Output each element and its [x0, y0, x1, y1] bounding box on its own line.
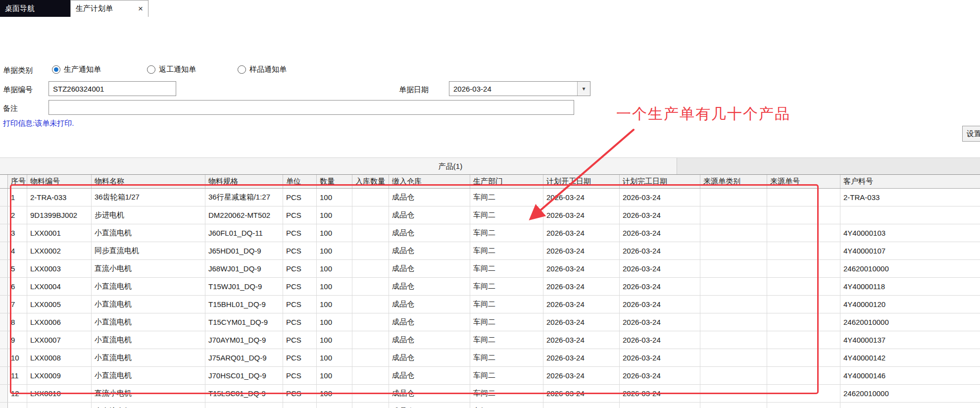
cell-source-no[interactable]	[767, 331, 840, 349]
col-header-source-type[interactable]: 来源单类别	[700, 175, 767, 188]
cell-dept[interactable]: 车间二	[470, 278, 543, 295]
cell-dept[interactable]: 车间二	[470, 367, 543, 384]
cell-source-type[interactable]	[700, 189, 767, 206]
cell-spec[interactable]: J75ARQ01_DQ-9	[205, 349, 283, 366]
cell-plan-start[interactable]: 2026-03-24	[543, 242, 620, 259]
cell-dept[interactable]: 车间二	[470, 189, 543, 206]
cell-plan-end[interactable]: 2026-03-24	[620, 260, 700, 277]
cell-customer-part[interactable]: 4Y40000142	[840, 349, 980, 366]
cell-in-qty[interactable]	[352, 296, 389, 313]
col-header-plan-start[interactable]: 计划开工日期	[543, 175, 620, 188]
cell-in-qty[interactable]	[352, 403, 389, 408]
cell-plan-end[interactable]: 2026-03-24	[620, 349, 700, 366]
cell-qty[interactable]: 100	[317, 278, 352, 295]
cell-plan-start[interactable]: 2026-03-24	[543, 367, 620, 384]
row-selector[interactable]	[0, 367, 8, 384]
cell-unit[interactable]: PCS	[283, 403, 317, 408]
cell-code[interactable]: 9D1399BJ002	[27, 206, 92, 224]
cell-source-no[interactable]	[767, 278, 840, 295]
table-row[interactable]: 11 LXX0009 小直流电机 J70HSC01_DQ-9 PCS 100 成…	[0, 367, 980, 385]
cell-source-no[interactable]	[767, 385, 840, 402]
cell-warehouse[interactable]: 成品仓	[389, 189, 470, 206]
table-row[interactable]: 12 LXX0010 直流小电机 T15LSC01_DQ-9 PCS 100 成…	[0, 385, 980, 403]
cell-warehouse[interactable]: 成品仓	[389, 367, 470, 384]
cell-seq[interactable]: 2	[8, 206, 27, 224]
cell-source-no[interactable]	[767, 206, 840, 224]
cell-seq[interactable]: 10	[8, 349, 27, 366]
cell-plan-start[interactable]: 2026-03-24	[543, 260, 620, 277]
cell-seq[interactable]: 4	[8, 242, 27, 259]
cell-dept[interactable]: 车间二	[470, 206, 543, 224]
row-selector[interactable]	[0, 206, 8, 224]
cell-plan-end[interactable]: 2026-03-24	[620, 224, 700, 242]
cell-code[interactable]: 2-TRA-033	[27, 189, 92, 206]
cell-code[interactable]: LXX0009	[27, 367, 92, 384]
row-selector[interactable]	[0, 331, 8, 349]
radio-rework-notice[interactable]: 返工通知单	[147, 64, 196, 74]
cell-in-qty[interactable]	[352, 189, 389, 206]
cell-unit[interactable]: PCS	[283, 189, 317, 206]
cell-spec[interactable]: J70HSC01_DQ-9	[205, 367, 283, 384]
cell-plan-start[interactable]: 2026-03-24	[543, 403, 620, 408]
row-selector[interactable]	[0, 349, 8, 366]
select-all-corner[interactable]	[0, 175, 8, 188]
cell-seq[interactable]: 7	[8, 296, 27, 313]
table-row[interactable]: 3 LXX0001 小直流电机 J60FL01_DQ-11 PCS 100 成品…	[0, 224, 980, 242]
cell-customer-part[interactable]: 2-TRA-033	[840, 189, 980, 206]
doc-date-combo[interactable]: 2026-03-24 ▾	[449, 81, 590, 96]
cell-unit[interactable]: PCS	[283, 242, 317, 259]
cell-qty[interactable]: 100	[317, 296, 352, 313]
cell-qty[interactable]: 100	[317, 242, 352, 259]
cell-name[interactable]: 36齿轮箱1/27	[92, 189, 205, 206]
cell-customer-part[interactable]: 4Y40000146	[840, 367, 980, 384]
cell-plan-end[interactable]: 2026-03-24	[620, 367, 700, 384]
cell-qty[interactable]: 100	[317, 349, 352, 366]
col-header-in-qty[interactable]: 入库数量	[352, 175, 389, 188]
cell-in-qty[interactable]	[352, 313, 389, 331]
cell-customer-part[interactable]: 24620010000	[840, 260, 980, 277]
cell-unit[interactable]: PCS	[283, 278, 317, 295]
cell-seq[interactable]: 12	[8, 385, 27, 402]
cell-plan-start[interactable]: 2026-03-24	[543, 206, 620, 224]
cell-seq[interactable]: 8	[8, 313, 27, 331]
cell-qty[interactable]: 100	[317, 331, 352, 349]
cell-source-type[interactable]	[700, 367, 767, 384]
cell-qty[interactable]: 100	[317, 224, 352, 242]
cell-plan-end[interactable]: 2026-03-24	[620, 385, 700, 402]
cell-seq[interactable]: 13	[8, 403, 27, 408]
cell-warehouse[interactable]: 成品仓	[389, 260, 470, 277]
cell-warehouse[interactable]: 成品仓	[389, 349, 470, 366]
cell-seq[interactable]: 1	[8, 189, 27, 206]
cell-name[interactable]: 同步直流电机	[92, 242, 205, 259]
cell-code[interactable]: LXX0007	[27, 331, 92, 349]
cell-source-type[interactable]	[700, 403, 767, 408]
cell-warehouse[interactable]: 成品仓	[389, 313, 470, 331]
cell-plan-end[interactable]: 2026-03-24	[620, 278, 700, 295]
cell-unit[interactable]: PCS	[283, 349, 317, 366]
cell-in-qty[interactable]	[352, 349, 389, 366]
cell-unit[interactable]: PCS	[283, 296, 317, 313]
table-row[interactable]: 6 LXX0004 小直流电机 T15WJ01_DQ-9 PCS 100 成品仓…	[0, 278, 980, 296]
cell-name[interactable]: 小直流电机	[92, 331, 205, 349]
cell-customer-part[interactable]: 4Y40000107	[840, 242, 980, 259]
cell-customer-part[interactable]: 4Y40000118	[840, 278, 980, 295]
cell-warehouse[interactable]: 成品仓	[389, 278, 470, 295]
cell-source-type[interactable]	[700, 296, 767, 313]
cell-dept[interactable]: 车间二	[470, 403, 543, 408]
col-header-code[interactable]: 物料编号	[27, 175, 92, 188]
cell-source-type[interactable]	[700, 224, 767, 242]
cell-spec[interactable]: DM220062-MT502	[205, 206, 283, 224]
radio-sample-notice[interactable]: 样品通知单	[238, 64, 287, 74]
cell-name[interactable]: 小直流电机	[92, 296, 205, 313]
cell-plan-end[interactable]: 2026-03-24	[620, 189, 700, 206]
cell-unit[interactable]: PCS	[283, 385, 317, 402]
cell-warehouse[interactable]: 成品仓	[389, 331, 470, 349]
cell-qty[interactable]: 100	[317, 403, 352, 408]
cell-source-type[interactable]	[700, 260, 767, 277]
cell-unit[interactable]: PCS	[283, 260, 317, 277]
cell-dept[interactable]: 车间二	[470, 349, 543, 366]
cell-seq[interactable]: 9	[8, 331, 27, 349]
col-header-unit[interactable]: 单位	[283, 175, 317, 188]
cell-unit[interactable]: PCS	[283, 367, 317, 384]
cell-warehouse[interactable]: 成品仓	[389, 385, 470, 402]
